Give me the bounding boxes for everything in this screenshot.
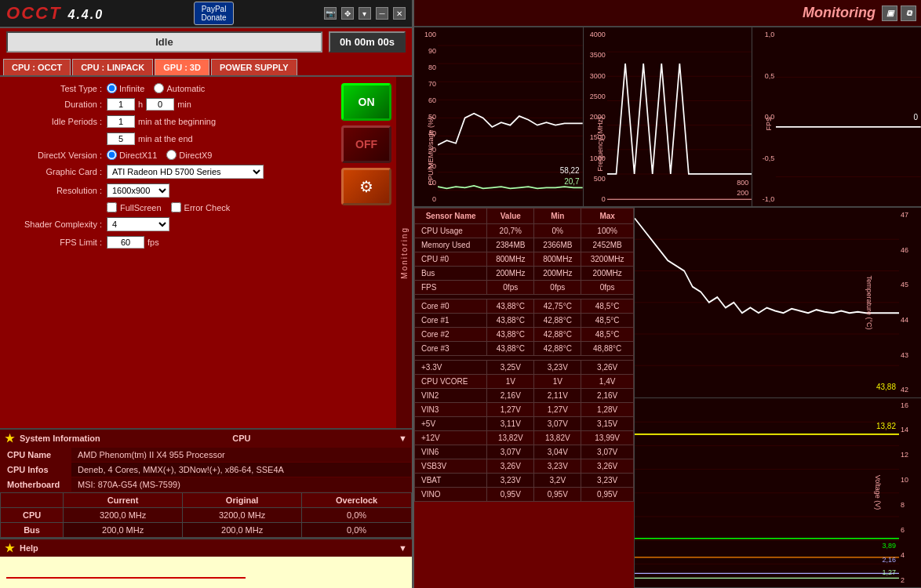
fps-value: 0 [913, 113, 918, 122]
table-row: CPU 3200,0 MHz 3200,0 MHz 0,0% [1, 508, 412, 523]
table-row: CPU Name AMD Phenom(tm) II X4 955 Proces… [1, 448, 412, 463]
automatic-radio[interactable]: Automatic [154, 83, 205, 93]
oc-header-current: Current [64, 493, 183, 508]
table-row: Bus 200,0 MHz 200,0 MHz 0,0% [1, 523, 412, 538]
monitoring-title: Monitoring [803, 5, 875, 21]
list-item: VINO0,95V0,95V0,95V [415, 488, 634, 502]
resolution-select[interactable]: 1600x900 [107, 183, 169, 198]
directx-row: DirectX Version : DirectX11 DirectX9 [8, 150, 329, 160]
title-bar-icons: 📷 ✥ ▾ ─ ✕ [324, 7, 406, 20]
fps-chart-svg [776, 27, 921, 206]
voltage-value-12v: 13,82 [876, 422, 896, 430]
shader-select[interactable]: 4 [107, 217, 169, 231]
fullscreen-checkbox[interactable]: FullScreen [107, 202, 162, 212]
paypal-button[interactable]: PayPalDonate [194, 2, 233, 25]
oc-bus-overclock: 0,0% [302, 523, 412, 538]
list-item: VSB3V3,26V3,23V3,26V [415, 459, 634, 474]
oc-cpu-current: 3200,0 MHz [64, 508, 183, 523]
duration-label: Duration : [8, 100, 102, 109]
table-row: CPU Infos Deneb, 4 Cores, MMX(+), 3DNow!… [1, 463, 412, 477]
resolution-row: Resolution : 1600x900 [8, 183, 329, 198]
checkbox-row: FullScreen Error Check [8, 202, 329, 212]
monitor-icon-2[interactable]: ⧉ [901, 5, 916, 21]
resolution-label: Resolution : [8, 186, 102, 195]
directx9-radio[interactable]: DirectX9 [166, 150, 212, 160]
right-charts: 47 46 45 44 43 42 43,88 Temperature (°C) [634, 208, 921, 588]
fps-input[interactable] [107, 236, 144, 249]
list-item: VIN63,07V3,04V3,07V [415, 445, 634, 459]
list-item: VIN31,27V1,27V1,28V [415, 403, 634, 417]
fps-chart: 1,0 0,5 0,0 -0,5 -1,0 0 FPS [752, 27, 921, 206]
monitoring-header: Monitoring ▣ ⧉ [414, 0, 921, 27]
left-panel: OCCT 4.4.0 PayPalDonate 📷 ✥ ▾ ─ ✕ Idle 0… [0, 0, 414, 588]
shader-row: Shader Complexity : 4 [8, 217, 329, 231]
temp-y-axis: 47 46 45 44 43 42 [899, 208, 921, 397]
error-check-checkbox-input[interactable] [171, 202, 181, 212]
temp-value: 43,88 [876, 383, 896, 391]
app-logo: OCCT 4.4.0 [6, 3, 104, 24]
star-icon: ★ [5, 432, 15, 445]
dropdown-icon[interactable]: ▾ [359, 7, 371, 20]
infinite-radio[interactable]: Infinite [107, 83, 144, 93]
gear-button[interactable]: ⚙ [341, 168, 391, 205]
oc-bus-original: 200,0 MHz [183, 523, 302, 538]
voltage-chart: 16 14 12 10 8 6 4 2 13,82 3,89 2,16 1,27… [634, 398, 921, 589]
camera-icon[interactable]: 📷 [324, 7, 337, 20]
test-type-row: Test Type : Infinite Automatic [8, 83, 329, 93]
idle-end-input[interactable] [107, 132, 135, 145]
fps-label: FPS Limit : [8, 238, 102, 247]
oc-bus-label: Bus [1, 523, 64, 538]
cpu-name-value: AMD Phenom(tm) II X4 955 Processor [71, 448, 412, 463]
list-item: Core #143,88°C42,88°C48,5°C [415, 314, 634, 328]
freq-y-axis: 4000 3500 3000 2500 2000 1500 1000 500 0 [584, 27, 607, 206]
cpu-mem-y-axis: 100 90 80 70 60 50 40 30 20 10 0 [414, 27, 438, 206]
temp-title: Temperature (°C) [865, 275, 872, 329]
oc-cpu-label: CPU [1, 508, 64, 523]
list-item: Bus200MHz200MHz200MHz [415, 267, 634, 281]
off-button[interactable]: OFF [341, 125, 391, 163]
tab-cpu-occt[interactable]: CPU : OCCT [3, 59, 71, 75]
sensor-table: Sensor Name Value Min Max CPU Usage20,7%… [414, 208, 634, 502]
graphic-card-label: Graphic Card : [8, 167, 102, 176]
temperature-chart: 47 46 45 44 43 42 43,88 Temperature (°C) [634, 208, 921, 398]
tab-cpu-linpack[interactable]: CPU : LINPACK [72, 59, 153, 75]
test-type-options: Infinite Automatic [107, 83, 205, 93]
minimize-icon[interactable]: ─ [376, 7, 388, 20]
on-button[interactable]: ON [341, 83, 391, 121]
list-item: Core #043,88°C42,75°C48,5°C [415, 299, 634, 314]
sensor-table-container[interactable]: Sensor Name Value Min Max CPU Usage20,7%… [414, 208, 634, 588]
tab-power-supply[interactable]: POWER SUPPLY [211, 59, 297, 75]
right-panel: Monitoring ▣ ⧉ 100 90 80 70 60 50 40 30 … [414, 0, 921, 588]
config-form: Test Type : Infinite Automatic Duration … [0, 77, 337, 428]
duration-minutes-input[interactable] [146, 98, 174, 111]
oc-cpu-overclock: 0,0% [302, 508, 412, 523]
directx11-radio-input[interactable] [107, 150, 117, 160]
config-area: Test Type : Infinite Automatic Duration … [0, 77, 412, 428]
monitor-icon-1[interactable]: ▣ [882, 5, 897, 21]
move-icon[interactable]: ✥ [341, 7, 354, 20]
fps-row: FPS Limit : fps [8, 236, 329, 249]
fullscreen-checkbox-input[interactable] [107, 202, 117, 212]
test-type-label: Test Type : [8, 84, 102, 93]
title-bar: OCCT 4.4.0 PayPalDonate 📷 ✥ ▾ ─ ✕ [0, 0, 412, 28]
graphic-card-select[interactable]: ATI Radeon HD 5700 Series [107, 165, 264, 179]
directx11-radio[interactable]: DirectX11 [107, 150, 157, 160]
automatic-radio-input[interactable] [154, 83, 164, 93]
close-icon[interactable]: ✕ [393, 7, 406, 20]
system-info-header[interactable]: ★ System Information CPU ▼ [0, 430, 412, 447]
error-check-checkbox[interactable]: Error Check [171, 202, 231, 212]
monitoring-sidebar: Monitoring [396, 77, 412, 428]
tab-gpu-3d[interactable]: GPU : 3D [155, 59, 209, 75]
idle-end-row: min at the end [8, 132, 329, 145]
cpu-mem-value2: 20,7 [564, 177, 579, 186]
oc-bus-current: 200,0 MHz [64, 523, 183, 538]
duration-hours-input[interactable] [107, 98, 135, 111]
help-header[interactable]: ★ Help ▼ [0, 539, 412, 557]
overclock-table: Current Original Overclock CPU 3200,0 MH… [0, 492, 412, 538]
voltage-y-axis: 16 14 12 10 8 6 4 2 [899, 398, 921, 588]
cpu-mem-chart-svg [438, 27, 583, 206]
status-bar: Idle 0h 00m 00s [0, 28, 412, 56]
idle-beginning-input[interactable] [107, 115, 135, 128]
infinite-radio-input[interactable] [107, 83, 117, 93]
directx9-radio-input[interactable] [166, 150, 177, 160]
